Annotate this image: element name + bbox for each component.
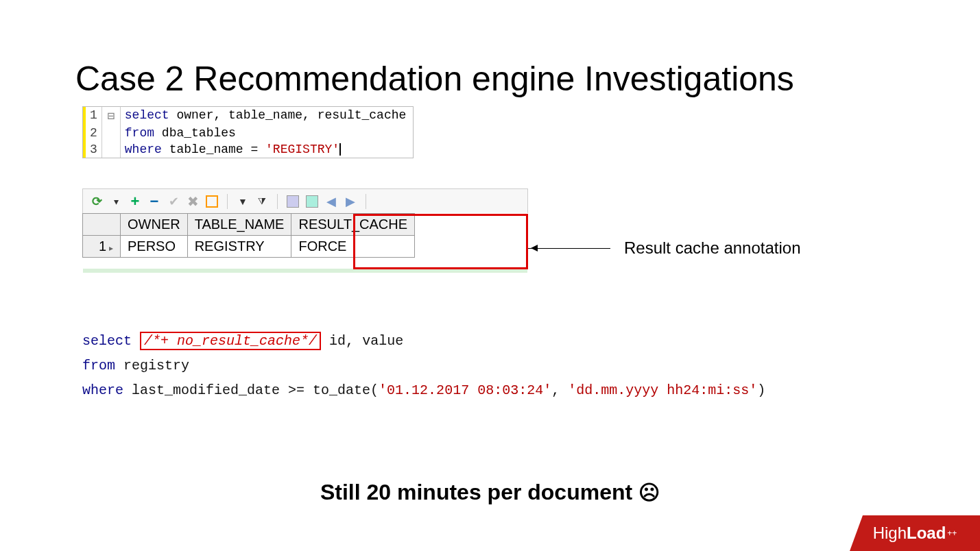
sql-snippet-2: select /*+ no_result_cache*/ id, value f…: [82, 329, 765, 403]
keyword-select: select: [125, 108, 169, 122]
results-toolbar: ⟳ ▾ + − ✔ ✖ ▼ ⧩ ◀ ▶: [82, 188, 528, 213]
dropdown-icon[interactable]: ▾: [109, 195, 123, 208]
conclusion-text: Still 20 minutes per document ☹: [0, 480, 980, 505]
grid2-icon[interactable]: [305, 195, 319, 208]
sql-editor: 1 ⊟ select owner, table_name, result_cac…: [82, 106, 414, 158]
remove-icon[interactable]: −: [147, 195, 161, 208]
slide-title: Case 2 Recommendation engine Investigati…: [75, 59, 794, 99]
sql-hint: /*+ no_result_cache*/: [144, 333, 317, 349]
code-line-1[interactable]: select owner, table_name, result_cache: [120, 107, 411, 125]
line-number: 3: [84, 141, 101, 158]
code-line-2[interactable]: from dba_tables: [120, 125, 411, 141]
line-number: 1: [84, 107, 101, 125]
table-footer-bar: [83, 269, 527, 273]
cancel-icon[interactable]: ✖: [186, 195, 200, 208]
copy-icon[interactable]: [205, 195, 219, 208]
table-row[interactable]: 1▸ PERSO REGISTRY FORCE: [83, 236, 415, 258]
cell-owner: PERSO: [121, 236, 188, 258]
cell-table-name: REGISTRY: [187, 236, 291, 258]
frown-icon: ☹: [638, 481, 660, 504]
cell-result-cache: FORCE: [291, 236, 415, 258]
refresh-icon[interactable]: ⟳: [90, 195, 104, 208]
fold-icon[interactable]: ⊟: [101, 107, 120, 125]
keyword-where: where: [82, 382, 123, 398]
col-result-cache[interactable]: RESULT_CACHE: [291, 214, 415, 236]
add-icon[interactable]: +: [128, 195, 142, 208]
commit-icon[interactable]: ✔: [167, 195, 180, 208]
hint-box: /*+ no_result_cache*/: [140, 332, 321, 350]
code-line-3[interactable]: where table_name = 'REGISTRY': [120, 141, 411, 158]
text-cursor: [339, 143, 341, 156]
keyword-where: where: [125, 143, 162, 156]
conference-logo: HighLoad++: [850, 515, 980, 551]
next-icon[interactable]: ▶: [344, 195, 357, 208]
arrow-line: [528, 248, 610, 249]
col-table-name[interactable]: TABLE_NAME: [187, 214, 291, 236]
row-header-blank: [83, 214, 121, 236]
col-owner[interactable]: OWNER: [121, 214, 188, 236]
row-number: 1▸: [83, 236, 121, 258]
results-table: OWNER TABLE_NAME RESULT_CACHE 1▸ PERSO R…: [82, 213, 415, 258]
keyword-from: from: [82, 358, 115, 374]
grid1-icon[interactable]: [286, 195, 300, 208]
keyword-select: select: [82, 333, 132, 349]
prev-icon[interactable]: ◀: [324, 195, 338, 208]
keyword-from: from: [125, 126, 154, 140]
annotation-text: Result cache annotation: [624, 238, 801, 258]
line-number: 2: [84, 125, 101, 141]
filter-icon[interactable]: ▼: [236, 195, 250, 208]
row-pointer-icon: ▸: [106, 243, 113, 253]
filter-plus-icon[interactable]: ⧩: [255, 195, 269, 208]
